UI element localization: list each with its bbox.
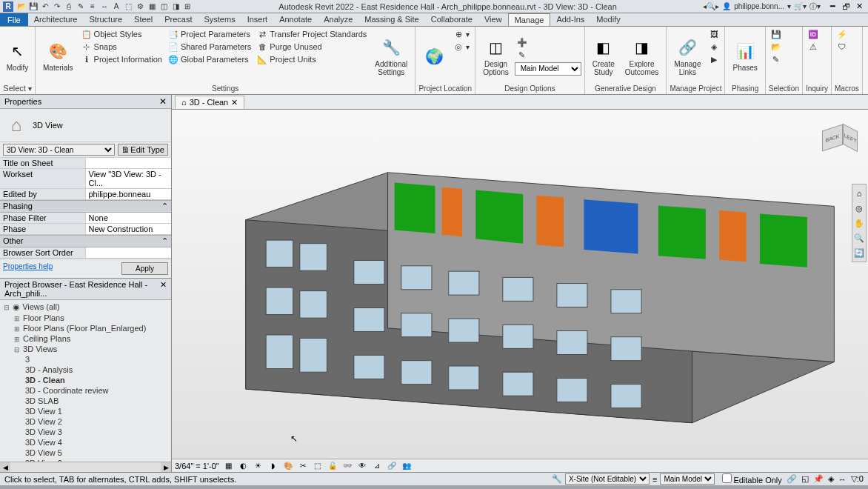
model-dropdown[interactable]: Main Model <box>660 473 715 485</box>
browser-hscroll[interactable]: ◀▶ <box>0 462 171 472</box>
view-cube[interactable]: BACK LEFT <box>816 117 861 162</box>
tree-node[interactable]: 3D View 3 <box>1 427 170 437</box>
qat-button[interactable]: ↔ <box>99 1 110 12</box>
qat-button[interactable]: 📂 <box>16 1 27 12</box>
decal-types-button[interactable]: ◈ <box>707 41 721 53</box>
ids-button[interactable]: 🆔 <box>806 28 821 40</box>
restore-button[interactable]: 🗗 <box>840 1 852 12</box>
close-button[interactable]: ✕ <box>853 1 865 12</box>
type-preview[interactable]: ⌂ 3D View <box>0 109 171 142</box>
file-tab[interactable]: File <box>0 13 28 26</box>
tree-node[interactable]: 3 <box>1 354 170 365</box>
qat-button[interactable]: ▦ <box>147 1 157 12</box>
select-face-icon[interactable]: ◈ <box>828 474 834 484</box>
vc-detail-icon[interactable]: ▦ <box>224 461 234 471</box>
transfer-standards-button[interactable]: ⇄Transfer Project Standards <box>255 28 369 40</box>
tree-node[interactable]: 3D - Coordinate review <box>1 385 170 396</box>
nav-orbit-icon[interactable]: 🔄 <box>854 247 864 259</box>
cart-icon[interactable]: 🛒▾ <box>794 2 807 10</box>
3d-canvas[interactable]: BACK LEFT ⌂ ◎ ✋ 🔍 🔄 ↖ <box>172 110 868 459</box>
vc-analytical-icon[interactable]: ⊿ <box>372 461 382 471</box>
tree-node[interactable]: 3D SLAB <box>1 396 170 406</box>
properties-help-link[interactable]: Properties help <box>3 262 53 275</box>
vc-sun-icon[interactable]: ☀ <box>253 461 264 471</box>
additional-settings-button[interactable]: 🔧 Additional Settings <box>370 28 412 84</box>
vc-render-icon[interactable]: 🎨 <box>283 461 293 471</box>
tab-structure[interactable]: Structure <box>83 13 128 25</box>
type-selector-dropdown[interactable]: 3D View: 3D - Clean <box>3 144 115 156</box>
qat-button[interactable]: A <box>111 1 121 12</box>
qat-button[interactable]: ↶ <box>40 1 50 12</box>
tab-systems[interactable]: Systems <box>198 13 241 25</box>
vc-worksharing-icon[interactable]: 👥 <box>401 461 412 471</box>
tab-collaborate[interactable]: Collaborate <box>425 13 478 25</box>
select-group-label[interactable]: Select ▾ <box>3 83 32 93</box>
global-parameters-button[interactable]: 🌐Global Parameters <box>166 53 253 65</box>
selection-load-button[interactable]: 📂 <box>769 41 784 53</box>
tab-precast[interactable]: Precast <box>158 13 198 25</box>
select-links-icon[interactable]: 🔗 <box>787 474 797 484</box>
tree-node[interactable]: ⊟ 3D Views <box>1 344 170 354</box>
property-row[interactable]: Browser Sort Order <box>0 247 171 259</box>
vc-crop-show-icon[interactable]: ⬚ <box>313 461 323 471</box>
macro-security-button[interactable]: 🛡 <box>835 41 849 53</box>
vc-temp-hide-icon[interactable]: 👓 <box>342 461 353 471</box>
nav-zoom-icon[interactable]: 🔍 <box>854 232 864 244</box>
model-icon[interactable]: ≡ <box>652 475 657 484</box>
view-tab-close-icon[interactable]: ✕ <box>231 98 238 107</box>
selection-save-button[interactable]: 💾 <box>769 28 784 40</box>
apply-button[interactable]: Apply <box>121 262 168 275</box>
tree-node[interactable]: 3D - Clean <box>1 375 170 385</box>
viewcube-back[interactable]: BACK <box>822 124 843 151</box>
select-underlay-icon[interactable]: ◱ <box>801 474 809 484</box>
tab-insert[interactable]: Insert <box>241 13 274 25</box>
browser-tree[interactable]: ⊟ ◉ Views (all) ⊞ Floor Plans⊞ Floor Pla… <box>0 300 171 462</box>
workset-dropdown[interactable]: X-Site (Not Editable) <box>565 473 650 485</box>
user-icon[interactable]: 👤 <box>722 2 731 10</box>
phasing-section[interactable]: Phasing <box>3 202 33 211</box>
qat-button[interactable]: ◨ <box>170 1 181 12</box>
qat-button[interactable]: 💾 <box>28 1 39 12</box>
view-tab-3d-clean[interactable]: ⌂ 3D - Clean ✕ <box>175 96 244 109</box>
tab-analyze[interactable]: Analyze <box>318 13 358 25</box>
project-units-button[interactable]: 📐Project Units <box>255 53 369 65</box>
manage-images-button[interactable]: 🖼 <box>707 28 721 40</box>
properties-close-icon[interactable]: ✕ <box>159 96 167 107</box>
nav-wheel-icon[interactable]: ◎ <box>854 202 864 214</box>
edit-type-button[interactable]: 🖺 Edit Type <box>118 144 168 156</box>
modify-button[interactable]: ↖ Modify <box>2 39 33 73</box>
tab-massing-site[interactable]: Massing & Site <box>358 13 424 25</box>
shared-parameters-button[interactable]: 📄Shared Parameters <box>166 41 253 53</box>
property-row[interactable]: Title on Sheet <box>0 158 171 169</box>
location-button[interactable]: 🌍 <box>418 28 450 84</box>
macro-manager-button[interactable]: ⚡ <box>835 28 849 40</box>
qat-button[interactable]: ⬚ <box>123 1 133 12</box>
workset-icon[interactable]: 🔧 <box>552 474 562 484</box>
vc-shadow-icon[interactable]: ◗ <box>268 461 278 471</box>
position-button[interactable]: ◎▾ <box>451 41 472 53</box>
tab-view[interactable]: View <box>478 13 508 25</box>
manage-links-button[interactable]: 🔗Manage Links <box>670 28 705 84</box>
qat-button[interactable]: ◫ <box>158 1 169 12</box>
property-row[interactable]: Phase FilterNone <box>0 213 171 224</box>
qat-button[interactable]: ↷ <box>52 1 62 12</box>
design-options-button[interactable]: ◫ Design Options <box>478 28 513 84</box>
project-parameters-button[interactable]: 📑Project Parameters <box>166 28 253 40</box>
tab-architecture[interactable]: Architecture <box>28 13 84 25</box>
vc-reveal-icon[interactable]: 👁 <box>357 461 367 471</box>
snaps-button[interactable]: ⊹Snaps <box>79 41 164 53</box>
browser-close-icon[interactable]: ✕ <box>160 280 167 298</box>
viewcube-left[interactable]: LEFT <box>843 124 858 153</box>
selection-edit-button[interactable]: ✎ <box>769 53 784 65</box>
tree-node[interactable]: ⊞ Floor Plans (Floor Plan_Enlarged) <box>1 323 170 333</box>
pick-edit-button[interactable]: ✎ <box>515 50 581 61</box>
tab-manage[interactable]: Manage <box>508 13 551 26</box>
main-model-dropdown[interactable]: Main Model <box>515 62 581 76</box>
qat-button[interactable]: ⚙ <box>135 1 145 12</box>
qat-button[interactable]: ✎ <box>76 1 86 12</box>
help-icon[interactable]: ⓘ▾ <box>809 1 821 12</box>
other-section[interactable]: Other <box>3 236 24 246</box>
building-model[interactable] <box>216 132 857 436</box>
explore-outcomes-button[interactable]: ◨Explore Outcomes <box>621 28 664 84</box>
select-pinned-icon[interactable]: 📌 <box>813 474 824 484</box>
